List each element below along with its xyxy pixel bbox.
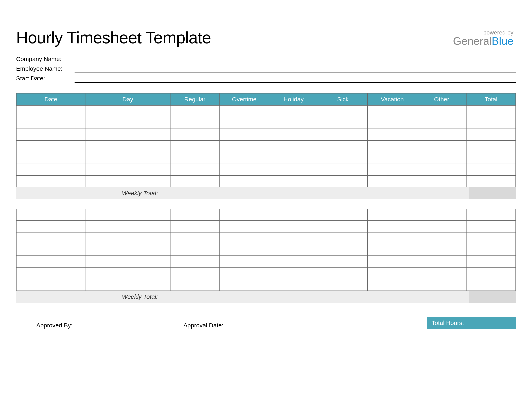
table-cell[interactable] <box>417 267 466 279</box>
table-cell[interactable] <box>417 279 466 291</box>
table-cell[interactable] <box>16 105 85 117</box>
table-cell[interactable] <box>170 232 220 244</box>
table-cell[interactable] <box>417 244 466 256</box>
table-cell[interactable] <box>368 164 417 176</box>
table-cell[interactable] <box>16 152 85 164</box>
table-cell[interactable] <box>170 256 220 267</box>
table-cell[interactable] <box>466 267 516 279</box>
table-cell[interactable] <box>466 129 516 140</box>
table-cell[interactable] <box>318 256 368 267</box>
table-cell[interactable] <box>220 244 269 256</box>
table-cell[interactable] <box>85 256 170 267</box>
table-cell[interactable] <box>85 221 170 232</box>
table-cell[interactable] <box>417 152 466 164</box>
table-cell[interactable] <box>368 221 417 232</box>
table-cell[interactable] <box>269 221 318 232</box>
table-cell[interactable] <box>170 279 220 291</box>
table-cell[interactable] <box>368 176 417 187</box>
table-cell[interactable] <box>85 209 170 221</box>
table-cell[interactable] <box>269 279 318 291</box>
table-cell[interactable] <box>368 117 417 129</box>
table-cell[interactable] <box>368 279 417 291</box>
table-cell[interactable] <box>170 209 220 221</box>
table-cell[interactable] <box>417 105 466 117</box>
table-cell[interactable] <box>368 209 417 221</box>
table-cell[interactable] <box>417 176 466 187</box>
table-cell[interactable] <box>269 232 318 244</box>
table-cell[interactable] <box>170 164 220 176</box>
table-cell[interactable] <box>368 152 417 164</box>
table-cell[interactable] <box>269 164 318 176</box>
table-cell[interactable] <box>170 244 220 256</box>
table-cell[interactable] <box>318 244 368 256</box>
table-cell[interactable] <box>269 105 318 117</box>
table-cell[interactable] <box>417 117 466 129</box>
table-cell[interactable] <box>318 164 368 176</box>
table-cell[interactable] <box>466 244 516 256</box>
table-cell[interactable] <box>368 244 417 256</box>
table-cell[interactable] <box>318 140 368 152</box>
table-cell[interactable] <box>85 267 170 279</box>
start-date-input[interactable] <box>75 75 516 83</box>
table-cell[interactable] <box>85 152 170 164</box>
table-cell[interactable] <box>417 129 466 140</box>
table-cell[interactable] <box>220 279 269 291</box>
table-cell[interactable] <box>368 140 417 152</box>
table-cell[interactable] <box>269 152 318 164</box>
table-cell[interactable] <box>16 267 85 279</box>
table-cell[interactable] <box>85 176 170 187</box>
table-cell[interactable] <box>220 256 269 267</box>
table-cell[interactable] <box>269 267 318 279</box>
table-cell[interactable] <box>16 209 85 221</box>
table-cell[interactable] <box>466 117 516 129</box>
table-cell[interactable] <box>16 140 85 152</box>
table-cell[interactable] <box>318 209 368 221</box>
table-cell[interactable] <box>16 279 85 291</box>
table-cell[interactable] <box>466 221 516 232</box>
table-cell[interactable] <box>466 279 516 291</box>
table-cell[interactable] <box>220 140 269 152</box>
table-cell[interactable] <box>85 244 170 256</box>
table-cell[interactable] <box>269 209 318 221</box>
table-cell[interactable] <box>269 129 318 140</box>
table-cell[interactable] <box>220 164 269 176</box>
table-cell[interactable] <box>170 176 220 187</box>
table-cell[interactable] <box>466 209 516 221</box>
table-cell[interactable] <box>170 140 220 152</box>
table-cell[interactable] <box>16 256 85 267</box>
approval-date-input[interactable] <box>226 322 274 329</box>
table-cell[interactable] <box>318 232 368 244</box>
table-cell[interactable] <box>368 232 417 244</box>
table-cell[interactable] <box>220 117 269 129</box>
table-cell[interactable] <box>170 267 220 279</box>
table-cell[interactable] <box>368 267 417 279</box>
table-cell[interactable] <box>220 129 269 140</box>
table-cell[interactable] <box>466 176 516 187</box>
table-cell[interactable] <box>368 129 417 140</box>
table-cell[interactable] <box>417 140 466 152</box>
table-cell[interactable] <box>220 267 269 279</box>
approved-by-input[interactable] <box>75 322 171 329</box>
table-cell[interactable] <box>85 279 170 291</box>
table-cell[interactable] <box>466 105 516 117</box>
table-cell[interactable] <box>85 117 170 129</box>
table-cell[interactable] <box>318 221 368 232</box>
table-cell[interactable] <box>220 152 269 164</box>
table-cell[interactable] <box>220 209 269 221</box>
table-cell[interactable] <box>269 176 318 187</box>
table-cell[interactable] <box>170 117 220 129</box>
table-cell[interactable] <box>466 256 516 267</box>
table-cell[interactable] <box>85 140 170 152</box>
table-cell[interactable] <box>269 117 318 129</box>
table-cell[interactable] <box>16 221 85 232</box>
table-cell[interactable] <box>16 129 85 140</box>
table-cell[interactable] <box>85 164 170 176</box>
table-cell[interactable] <box>170 129 220 140</box>
table-cell[interactable] <box>466 232 516 244</box>
table-cell[interactable] <box>466 152 516 164</box>
table-cell[interactable] <box>417 164 466 176</box>
table-cell[interactable] <box>368 256 417 267</box>
table-cell[interactable] <box>417 256 466 267</box>
table-cell[interactable] <box>417 232 466 244</box>
table-cell[interactable] <box>318 279 368 291</box>
